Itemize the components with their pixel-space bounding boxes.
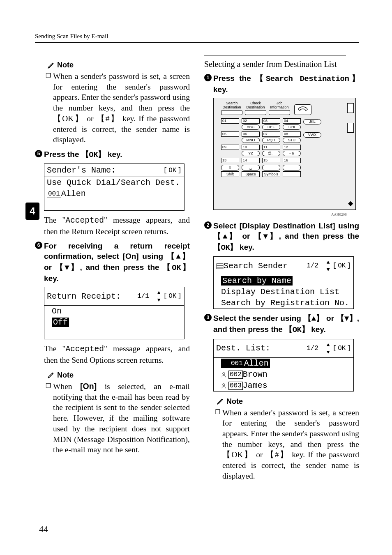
note-heading: Note [47,61,190,69]
quick-dial-key: VWX [303,131,321,143]
pencil-icon [217,398,224,405]
quick-dial-key: 10YZ [242,145,260,156]
bullet-icon: ❐ [46,382,51,390]
lcd-row: 003James [214,380,353,391]
quick-dial-key: 03DEF [262,118,280,130]
handset-icon [297,106,308,114]
lcd-row-selected: 001Allen [214,358,353,369]
down-key: ▼ [55,263,80,272]
person-icon [222,361,230,366]
quick-dial-key: 16 [283,158,301,163]
note-body: ❐ When a sender's password is set, a scr… [222,408,359,481]
search-destination-key: Search Destination [256,74,359,83]
paragraph: The "Accepted" message appears, and then… [44,343,190,365]
svg-point-3 [224,361,226,363]
bullet-icon: ❐ [46,72,51,80]
ok-key: OK [53,114,84,123]
quick-dial-key: 15 [262,158,280,163]
quick-dial-key: 11@._ [262,145,280,156]
up-key: ▲ [213,232,238,241]
control-panel-diagram: SearchDestination CheckDestination JobIn… [213,98,356,210]
section-tab: 4 [25,203,39,220]
lcd-return-receipt: Return Receipt: 1/1 ▲▼ [OK] On Off [44,287,184,339]
lcd-row: Display Destination List [214,286,353,297]
step-5: 5 Press the OK key. [44,149,190,160]
figure-id: AAH020S [204,212,347,216]
hash-key: # [97,114,120,123]
up-key: ▲ [304,314,324,323]
menu-icon [216,263,224,269]
quick-dial-key: 08STU [283,131,301,143]
keypad-shift-key: ⇧Shift [221,165,239,177]
person-icon [221,372,228,378]
lcd-row-selected: Off [44,317,184,328]
updown-icon: ▲▼ [156,289,162,304]
quick-dial-key: 13 [221,158,239,163]
note-body: ❐ When a sender's password is set, a scr… [53,71,190,145]
ok-indicator: [OK] [164,167,182,174]
step-6: 6 For receiving a return receipt confirm… [44,241,190,283]
check-destination-tab: CheckDestination [245,101,266,115]
step-1: 1 Press the Search Destination key. [213,73,359,94]
ok-key: OK [213,243,238,252]
pencil-icon [47,62,55,69]
subsection-heading: Selecting a sender from Destination List [204,60,359,69]
updown-icon: ▲▼ [325,258,332,273]
lcd-row: 001Allen [44,188,184,199]
on-hook-button [294,104,311,115]
ok-key: OK [81,150,106,159]
step-num-2: 2 [204,221,212,229]
step-3: 3 Select the sender using ▲ or ▼, and th… [213,313,359,335]
pencil-icon [47,371,55,379]
ok-key: OK [163,263,190,272]
up-key: ▲ [167,252,190,261]
reg-number: 001 [47,190,61,198]
svg-point-5 [223,383,225,385]
keypad-bottom-row: ⇧Shift␣SpaceSymbols [221,165,344,177]
lcd-title: Return Receipt: [47,292,121,301]
lcd-senders-name: Sender's Name: [OK] Use Quick Dial/Searc… [44,164,184,211]
note-heading: Note [217,397,359,406]
quick-dial-key: 01 [221,118,239,130]
step-num-1: 1 [204,74,212,81]
page-indicator: 1/1 ▲▼ [OK] [137,289,182,304]
indicator-light [347,103,354,113]
quick-dial-key [303,145,321,156]
note-heading: Note [47,371,190,380]
down-key: ▼ [337,314,357,323]
diamond-arrow-icon: ◆ [348,199,353,207]
lcd-row: Use Quick Dial/Search Dest. [44,177,184,188]
step-2: 2 Select [Display Destination List] usin… [213,221,359,253]
quick-dial-key: 05 [221,131,239,143]
svg-rect-0 [217,264,223,269]
lcd-row: On [44,306,184,317]
quick-dial-key: 07PQR [262,131,280,143]
person-icon [221,383,228,389]
quick-dial-key: 14 [242,158,260,163]
quick-dial-key: JKL [303,118,321,130]
lcd-row: 002Brown [214,369,353,380]
indicator-light [347,123,354,133]
lcd-title: Dest. List: [216,343,270,353]
hash-key: # [266,450,289,459]
step-num-5: 5 [35,150,42,157]
lcd-title: Search Sender [216,261,288,271]
quick-dial-key: 06MNO [242,131,260,143]
down-key: ▼ [254,232,279,241]
updown-icon: ▲▼ [325,341,332,356]
job-information-tab: JobInformation [269,101,290,115]
quick-dial-key: 04GHI [283,118,301,130]
lcd-dest-list: Dest. List: 1/2 ▲▼ [OK] 001Allen 002Brow… [213,339,354,391]
page-number: 44 [39,524,48,534]
lcd-row-selected: Search by Name [214,275,353,286]
lcd-row: Search by Registration No. [214,297,353,309]
page-indicator: 1/2 ▲▼ [OK] [307,341,351,356]
running-head: Sending Scan Files by E-mail [35,33,359,43]
page-indicator: 1/2 ▲▼ [OK] [307,258,351,273]
ok-key: OK [285,325,309,334]
keypad-blank-key [283,165,301,177]
lcd-search-sender: Search Sender 1/2 ▲▼ [OK] Search by Name… [213,256,354,309]
keypad-space-key: ␣Space [242,165,260,177]
search-destination-tab: SearchDestination [221,101,242,115]
paragraph: The "Accepted" message appears, and then… [44,215,190,237]
